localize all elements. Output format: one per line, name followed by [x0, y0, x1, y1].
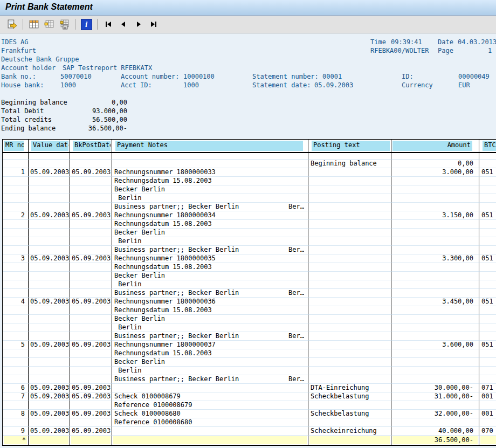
cell-bkpostdate[interactable]: 05.09.2003 [70, 298, 112, 306]
cell-payment-notes[interactable]: Rechnungsdatum 15.08.2003 [112, 177, 308, 185]
cell-btc[interactable]: 071 [479, 384, 496, 392]
cell-value-date[interactable]: 05.09.2003 [29, 254, 70, 263]
column-header-posting-text[interactable]: Posting text [308, 140, 391, 152]
table-row[interactable]: Rechnungsdatum 15.08.2003 [3, 306, 496, 315]
cell-value-date[interactable]: 05.09.2003 [29, 384, 70, 392]
cell-amount[interactable]: 32.000,00- [391, 410, 479, 418]
table-row[interactable]: Rechnungsdatum 15.08.2003 [3, 220, 496, 229]
column-header-btc[interactable]: BTC [479, 140, 496, 152]
cell-payment-notes[interactable]: Scheck 0100008679 [112, 392, 308, 401]
cell-mr-no[interactable]: 2 [3, 211, 29, 220]
cell-payment-notes[interactable]: Berlin [112, 323, 308, 332]
cell-payment-notes[interactable]: Berlin [112, 367, 308, 375]
total-row[interactable]: * 36.500,00- [3, 436, 496, 445]
cell-payment-notes[interactable]: Business partner;; Becker BerlinBer… [112, 375, 308, 384]
table-row[interactable]: 205.09.200305.09.2003Rechnungsnummer 180… [3, 211, 496, 220]
cell-mr-no[interactable]: 3 [3, 254, 29, 263]
cell-payment-notes[interactable]: Becker Berlin [112, 358, 308, 367]
cell-amount[interactable]: 30.000,00- [391, 384, 479, 392]
cell-mr-no[interactable]: 6 [3, 384, 29, 392]
cell-amount[interactable]: 3.450,00 [391, 298, 479, 306]
table-row[interactable]: Becker Berlin [3, 315, 496, 323]
cell-btc[interactable]: 051 [479, 254, 496, 263]
cell-mr-no[interactable]: 9 [3, 427, 29, 436]
cell-value-date[interactable]: 05.09.2003 [29, 410, 70, 418]
cell-payment-notes[interactable]: Rechnungsnummer 1800000034 [112, 211, 308, 220]
cell-payment-notes[interactable]: Berlin [112, 194, 308, 203]
cell-payment-notes[interactable]: Business partner;; Becker BerlinBer… [112, 289, 308, 298]
cell-payment-notes[interactable]: Reference 0100008680 [112, 418, 308, 427]
last-page-icon[interactable] [147, 18, 160, 31]
cell-value-date[interactable]: 05.09.2003 [29, 341, 70, 349]
table-row[interactable]: Becker Berlin [3, 185, 496, 194]
cell-payment-notes[interactable]: Becker Berlin [112, 229, 308, 237]
cell-payment-notes[interactable]: Rechnungsdatum 15.08.2003 [112, 349, 308, 358]
table-row[interactable] [3, 153, 496, 160]
column-header-value-date[interactable]: Value date [29, 140, 70, 152]
cell-payment-notes[interactable]: Becker Berlin [112, 272, 308, 280]
export-icon[interactable] [5, 18, 18, 31]
first-page-icon[interactable] [102, 18, 115, 31]
cell-value-date[interactable]: 05.09.2003 [29, 392, 70, 401]
cell-bkpostdate[interactable]: 05.09.2003 [70, 410, 112, 418]
choose-layout-icon[interactable] [43, 18, 56, 31]
cell-bkpostdate[interactable]: 05.09.2003 [70, 427, 112, 436]
cell-posting-text[interactable]: Scheckbelastung [308, 392, 391, 401]
grid-view-icon[interactable] [27, 18, 40, 31]
cell-payment-notes[interactable]: Business partner;; Becker BerlinBer… [112, 332, 308, 341]
cell-btc[interactable]: 070 [479, 427, 496, 436]
cell-value-date[interactable]: 05.09.2003 [29, 427, 70, 436]
cell-value-date[interactable]: 05.09.2003 [29, 168, 70, 177]
cell-mr-no[interactable]: 4 [3, 298, 29, 306]
cell-bkpostdate[interactable]: 05.09.2003 [70, 384, 112, 392]
table-row[interactable]: Business partner;; Becker BerlinBer… [3, 289, 496, 298]
table-row[interactable]: Rechnungsdatum 15.08.2003 [3, 263, 496, 272]
previous-page-icon[interactable] [117, 18, 130, 31]
cell-payment-notes[interactable]: Becker Berlin [112, 185, 308, 194]
cell-amount[interactable]: 0,00 [391, 160, 479, 168]
column-header-amount[interactable]: Amount [391, 140, 479, 152]
cell-payment-notes[interactable]: Rechnungsdatum 15.08.2003 [112, 263, 308, 272]
cell-posting-text[interactable]: Scheckeinreichung [308, 427, 391, 436]
table-row[interactable]: 305.09.200305.09.2003Rechnungsnummer 180… [3, 254, 496, 263]
cell-payment-notes[interactable]: Reference 0100008679 [112, 401, 308, 410]
table-row[interactable]: 105.09.200305.09.2003Rechnungsnummer 180… [3, 168, 496, 177]
cell-bkpostdate[interactable]: 05.09.2003 [70, 341, 112, 349]
cell-btc[interactable]: 051 [479, 341, 496, 349]
table-row[interactable]: Berlin [3, 323, 496, 332]
cell-value-date[interactable]: 05.09.2003 [29, 211, 70, 220]
cell-bkpostdate[interactable]: 05.09.2003 [70, 168, 112, 177]
cell-amount[interactable]: 3.150,00 [391, 211, 479, 220]
cell-payment-notes[interactable]: Berlin [112, 280, 308, 289]
cell-payment-notes[interactable]: Berlin [112, 237, 308, 246]
table-row[interactable]: 705.09.200305.09.2003Scheck 0100008679Sc… [3, 392, 496, 401]
table-row[interactable]: Berlin [3, 194, 496, 203]
cell-payment-notes[interactable]: Becker Berlin [112, 315, 308, 323]
cell-posting-text[interactable]: Beginning balance [308, 160, 391, 168]
column-header-bkpostdate[interactable]: BkPostDate [70, 140, 112, 152]
table-row[interactable]: Beginning balance0,00 [3, 160, 496, 168]
cell-btc[interactable]: 051 [479, 168, 496, 177]
table-row[interactable]: Berlin [3, 367, 496, 375]
save-layout-icon[interactable] [58, 18, 71, 31]
cell-payment-notes[interactable]: Rechnungsdatum 15.08.2003 [112, 220, 308, 229]
cell-payment-notes[interactable]: Scheck 0100008680 [112, 410, 308, 418]
cell-amount[interactable]: 3.600,00 [391, 341, 479, 349]
table-row[interactable]: 505.09.200305.09.2003Rechnungsnummer 180… [3, 341, 496, 349]
cell-bkpostdate[interactable]: 05.09.2003 [70, 392, 112, 401]
table-row[interactable]: Reference 0100008679 [3, 401, 496, 410]
info-icon[interactable]: i [80, 18, 93, 31]
cell-payment-notes[interactable]: Rechnungsdatum 15.08.2003 [112, 306, 308, 315]
cell-amount[interactable]: 3.300,00 [391, 254, 479, 263]
table-row[interactable]: 805.09.200305.09.2003Scheck 0100008680Sc… [3, 410, 496, 418]
table-row[interactable]: Rechnungsdatum 15.08.2003 [3, 177, 496, 185]
table-row[interactable]: Business partner;; Becker BerlinBer… [3, 203, 496, 211]
table-row[interactable]: Rechnungsdatum 15.08.2003 [3, 349, 496, 358]
cell-mr-no[interactable]: 7 [3, 392, 29, 401]
cell-mr-no[interactable]: 1 [3, 168, 29, 177]
cell-mr-no[interactable]: 5 [3, 341, 29, 349]
table-row[interactable]: Becker Berlin [3, 229, 496, 237]
cell-btc[interactable]: 001 [479, 392, 496, 401]
cell-btc[interactable]: 051 [479, 298, 496, 306]
table-row[interactable]: Becker Berlin [3, 272, 496, 280]
